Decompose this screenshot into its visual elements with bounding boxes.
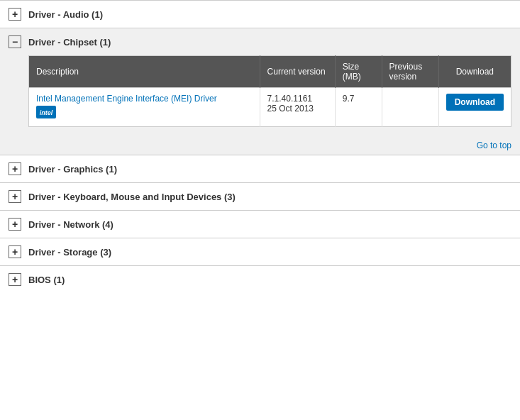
keyboard-toggle-icon: +: [9, 190, 21, 203]
network-toggle-icon: +: [9, 218, 21, 231]
section-storage: + Driver - Storage (3): [0, 238, 520, 265]
chipset-toggle-icon: −: [9, 35, 21, 48]
driver-prev-version-cell: [382, 88, 438, 127]
section-storage-header[interactable]: + Driver - Storage (3): [0, 238, 520, 265]
intel-logo: intel: [36, 111, 56, 121]
col-header-current-version: Current version: [260, 56, 335, 88]
bios-toggle-icon: +: [9, 273, 21, 286]
page-container: + Driver - Audio (1) − Driver - Chipset …: [0, 0, 520, 293]
section-chipset-header[interactable]: − Driver - Chipset (1): [0, 28, 520, 55]
section-audio-header[interactable]: + Driver - Audio (1): [0, 1, 520, 28]
go-to-top-link[interactable]: Go to top: [477, 140, 511, 150]
storage-toggle-icon: +: [9, 245, 21, 258]
table-header-row: Description Current version Size (MB) Pr…: [29, 56, 511, 88]
go-to-top-container: Go to top: [0, 136, 520, 155]
graphics-toggle-icon: +: [9, 162, 21, 175]
driver-download-cell: Download: [438, 88, 511, 127]
section-audio: + Driver - Audio (1): [0, 0, 520, 28]
section-bios: + BIOS (1): [0, 265, 520, 293]
keyboard-section-title: Driver - Keyboard, Mouse and Input Devic…: [28, 192, 236, 202]
col-header-download: Download: [438, 56, 511, 88]
section-network-header[interactable]: + Driver - Network (4): [0, 211, 520, 238]
col-header-previous-version: Previous version: [382, 56, 438, 88]
network-section-title: Driver - Network (4): [28, 219, 114, 230]
col-header-size: Size (MB): [335, 56, 382, 88]
svg-text:intel: intel: [40, 109, 53, 116]
section-graphics-header[interactable]: + Driver - Graphics (1): [0, 155, 520, 182]
chipset-section-title: Driver - Chipset (1): [28, 37, 111, 48]
driver-size-cell: 9.7: [335, 88, 382, 127]
bios-section-title: BIOS (1): [28, 275, 65, 285]
section-keyboard: + Driver - Keyboard, Mouse and Input Dev…: [0, 182, 520, 210]
download-button[interactable]: Download: [446, 94, 504, 111]
driver-version-cell: 7.1.40.1161 25 Oct 2013: [260, 88, 335, 127]
section-graphics: + Driver - Graphics (1): [0, 155, 520, 182]
table-row: Intel Management Engine Interface (MEI) …: [29, 88, 511, 127]
storage-section-title: Driver - Storage (3): [28, 247, 111, 258]
audio-section-title: Driver - Audio (1): [28, 9, 103, 20]
col-header-description: Description: [29, 56, 260, 88]
driver-description-cell: Intel Management Engine Interface (MEI) …: [29, 88, 260, 127]
section-keyboard-header[interactable]: + Driver - Keyboard, Mouse and Input Dev…: [0, 183, 520, 210]
audio-toggle-icon: +: [9, 8, 21, 21]
section-chipset: − Driver - Chipset (1) Description Curre…: [0, 28, 520, 155]
graphics-section-title: Driver - Graphics (1): [28, 164, 117, 175]
chipset-table: Description Current version Size (MB) Pr…: [28, 55, 511, 127]
chipset-table-container: Description Current version Size (MB) Pr…: [0, 55, 520, 136]
driver-version: 7.1.40.1161 25 Oct 2013: [267, 94, 314, 114]
driver-link[interactable]: Intel Management Engine Interface (MEI) …: [36, 94, 253, 104]
driver-size: 9.7: [343, 94, 355, 104]
section-network: + Driver - Network (4): [0, 210, 520, 238]
section-bios-header[interactable]: + BIOS (1): [0, 266, 520, 293]
